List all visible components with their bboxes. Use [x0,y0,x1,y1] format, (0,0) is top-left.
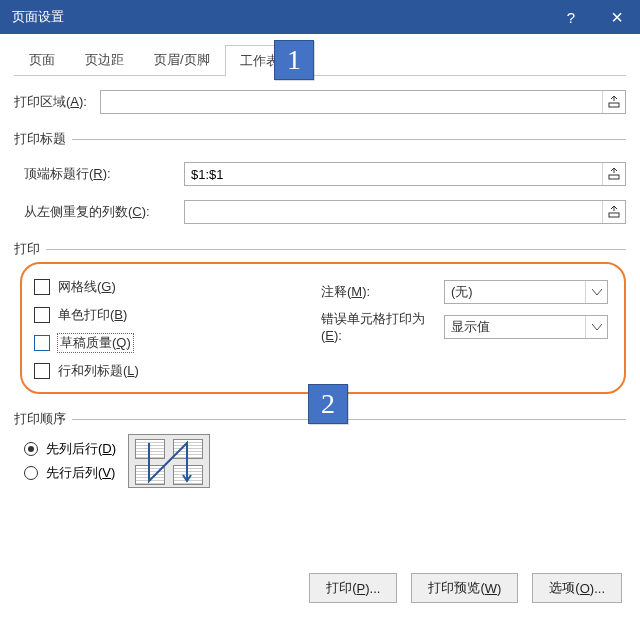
chevron-down-icon [585,316,607,338]
left-cols-label: 从左侧重复的列数(C): [24,203,184,221]
svg-rect-2 [609,213,619,217]
close-button[interactable]: × [594,0,640,34]
options-button[interactable]: 选项(O)... [532,573,622,603]
tab-strip: 页面 页边距 页眉/页脚 工作表 1 [14,44,626,76]
radio-icon [24,442,38,456]
tab-header-footer[interactable]: 页眉/页脚 [139,44,225,76]
comments-combo[interactable]: (无) [444,280,608,304]
title-bar: 页面设置 ? × [0,0,640,34]
footer-buttons: 打印(P)... 打印预览(W) 选项(O)... [309,573,622,603]
print-order-diagram [128,434,210,488]
left-cols-input[interactable] [185,205,602,220]
checkbox-row-col-headings[interactable]: 行和列标题(L) [34,362,321,380]
errors-label: 错误单元格打印为(E): [321,310,444,343]
top-rows-label: 顶端标题行(R): [24,165,184,183]
row-left-cols: 从左侧重复的列数(C): [24,200,626,224]
print-area-field[interactable] [100,90,626,114]
window-title: 页面设置 [12,8,548,26]
annotation-callout-2: 2 [308,384,348,424]
row-comments: 注释(M): (无) [321,280,608,304]
group-print: 打印 网格线(G) 单色打印(B) 草稿质量(Q) 行和列标题(L) [14,240,626,394]
print-button[interactable]: 打印(P)... [309,573,397,603]
checkbox-icon [34,307,50,323]
radio-down-then-over[interactable]: 先列后行(D) [24,440,116,458]
checkbox-icon [34,279,50,295]
checkbox-draft-quality[interactable]: 草稿质量(Q) [34,334,321,352]
annotation-box-2: 网格线(G) 单色打印(B) 草稿质量(Q) 行和列标题(L) 注释(M): [20,262,626,394]
row-errors: 错误单元格打印为(E): 显示值 [321,310,608,343]
svg-rect-0 [609,103,619,107]
print-area-input[interactable] [101,95,602,110]
checkbox-gridlines[interactable]: 网格线(G) [34,278,321,296]
row-print-area: 打印区域(A): [14,90,626,114]
collapse-dialog-icon[interactable] [602,201,624,223]
top-rows-input[interactable] [185,167,602,182]
checkbox-icon [34,335,50,351]
checkbox-black-white[interactable]: 单色打印(B) [34,306,321,324]
group-print-titles: 打印标题 顶端标题行(R): 从左侧重复的列数(C): [14,130,626,224]
print-area-label: 打印区域(A): [14,93,100,111]
tab-margins[interactable]: 页边距 [70,44,139,76]
chevron-down-icon [585,281,607,303]
radio-icon [24,466,38,480]
collapse-dialog-icon[interactable] [602,163,624,185]
left-cols-field[interactable] [184,200,626,224]
order-legend: 打印顺序 [14,410,72,428]
annotation-callout-1: 1 [274,40,314,80]
errors-combo[interactable]: 显示值 [444,315,608,339]
radio-over-then-down[interactable]: 先行后列(V) [24,464,116,482]
dialog-body: 页面 页边距 页眉/页脚 工作表 1 打印区域(A): 打印标题 顶端标题行(R… [0,34,640,617]
print-legend: 打印 [14,240,46,258]
print-preview-button[interactable]: 打印预览(W) [411,573,518,603]
tab-page[interactable]: 页面 [14,44,70,76]
print-titles-legend: 打印标题 [14,130,72,148]
comments-label: 注释(M): [321,283,444,301]
row-top-rows: 顶端标题行(R): [24,162,626,186]
help-button[interactable]: ? [548,0,594,34]
top-rows-field[interactable] [184,162,626,186]
collapse-dialog-icon[interactable] [602,91,624,113]
checkbox-icon [34,363,50,379]
svg-rect-1 [609,175,619,179]
